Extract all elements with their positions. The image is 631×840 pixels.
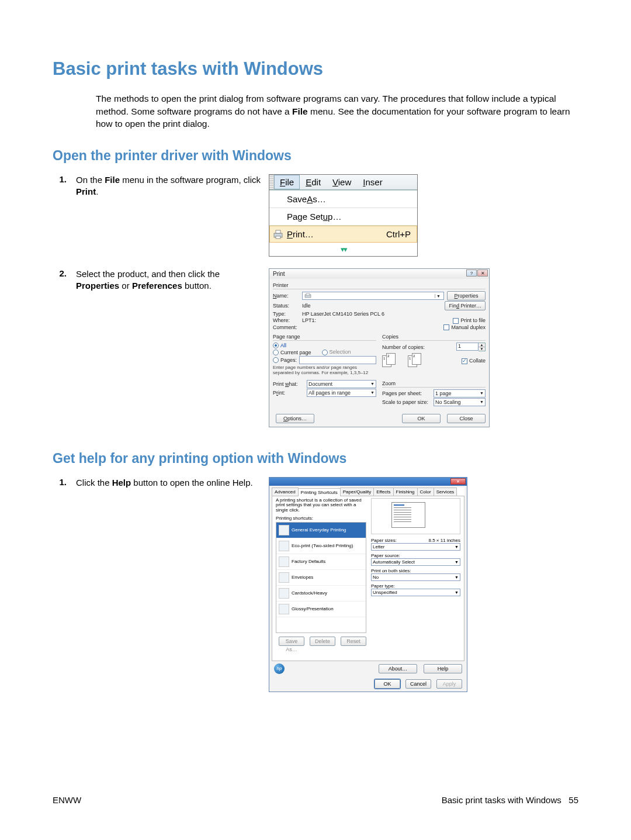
papersize-select: Letter▼ (371, 543, 460, 551)
printrange-select: All pages in range▼ (307, 389, 376, 397)
shortcut-label: Cardstock/Heavy (292, 590, 327, 596)
svg-rect-4 (306, 293, 310, 295)
ok-button: OK (402, 414, 441, 423)
props-apply-button: Apply (436, 679, 462, 689)
dropdown-arrow-icon: ▼ (455, 545, 459, 549)
menu-item-saveas: Save As… (269, 191, 417, 208)
radio-pages (273, 357, 279, 363)
shortcut-label: Eco-print (Two-sided Printing) (292, 543, 353, 548)
type-label: Type: (273, 311, 302, 317)
papersource-select: Automatically Select▼ (371, 558, 460, 566)
shortcut-item: General Everyday Printing (276, 523, 366, 538)
spin-up-icon: ▲ (479, 343, 485, 347)
page-preview-icon (371, 498, 460, 534)
tab-effects: Effects (373, 488, 393, 496)
shortcut-icon (279, 525, 289, 535)
dropdown-arrow-icon: ▼ (455, 575, 459, 579)
collate-checkbox (462, 358, 467, 364)
section2-heading: Get help for any printing option with Wi… (53, 451, 578, 466)
menu-item-print: Print… Ctrl+P (269, 226, 417, 243)
step2-text: Select the product, and then click the P… (76, 268, 269, 292)
shortcut-icon (279, 588, 289, 599)
shortcut-item: Glossy/Presentation (276, 602, 366, 617)
status-value: Idle (302, 303, 311, 309)
pagerange-group-label: Page range (273, 334, 376, 340)
intro-paragraph: The methods to open the print dialog fro… (96, 92, 578, 130)
copies-group-label: Copies (382, 334, 486, 340)
close-button: Close (447, 414, 486, 423)
tab-printing-shortcuts: Printing Shortcuts (298, 488, 341, 496)
tabs-row: AdvancedPrinting ShortcutsPaper/QualityE… (272, 488, 464, 496)
file-menu-screenshot: File Edit View Inser Save As… Page Setup… (269, 174, 418, 257)
shortcut-item: Eco-print (Two-sided Printing) (276, 538, 366, 554)
copies-spinner: 1▲▼ (456, 343, 486, 351)
props-ok-button: OK (375, 679, 400, 689)
shortcut-delete-button: Delete (310, 637, 335, 646)
print-to-file-checkbox (453, 318, 459, 324)
shortcut-label: Envelopes (292, 575, 313, 580)
properties-dialog-screenshot: ✕ AdvancedPrinting ShortcutsPaper/Qualit… (269, 477, 467, 692)
papertype-select: Unspecified▼ (371, 589, 460, 596)
close-icon: ✕ (450, 478, 466, 485)
expand-chevrons-icon: ▾▾ (269, 243, 417, 256)
shortcut-label: Factory Defaults (292, 559, 325, 564)
step2-num: 2. (53, 268, 76, 278)
where-value: LPT1: (302, 317, 316, 323)
dropdown-arrow-icon: ▼ (455, 590, 459, 594)
shortcut-icon (279, 556, 289, 567)
help-button: Help (424, 664, 462, 673)
status-label: Status: (273, 303, 302, 309)
printer-name-select: ▼ (302, 292, 444, 300)
s2-step1-num: 1. (53, 477, 76, 487)
shortcut-icon (279, 541, 289, 551)
props-cancel-button: Cancel (405, 679, 431, 689)
shortcut-list: General Everyday PrintingEco-print (Two-… (276, 522, 366, 633)
printwhat-select: Document▼ (307, 380, 376, 388)
menu-view: View (327, 175, 357, 189)
pagerange-hint: Enter page numbers and/or page ranges se… (273, 365, 376, 376)
svg-rect-1 (276, 230, 280, 233)
dropdown-arrow-icon: ▼ (480, 400, 484, 404)
about-button: About… (379, 664, 417, 673)
printer-group-label: Printer (273, 282, 486, 288)
spin-down-icon: ▼ (479, 347, 485, 351)
menu-file: File (274, 175, 300, 189)
dropdown-arrow-icon: ▼ (370, 382, 375, 386)
menu-edit: Edit (300, 175, 327, 189)
radio-all (273, 343, 279, 348)
properties-button: Properties (447, 291, 486, 300)
close-icon: ✕ (477, 269, 488, 276)
s2-step1-text: Click the Help button to open the online… (76, 477, 269, 489)
pages-input (299, 356, 376, 364)
where-label: Where: (273, 317, 302, 323)
shortcut-label: Glossy/Presentation (292, 606, 334, 611)
pps-select: 1 page▼ (434, 389, 486, 397)
menu-item-pagesetup: Page Setup… (269, 208, 417, 226)
dropdown-arrow-icon: ▼ (370, 390, 375, 395)
shortcut-saveas-button: Save As… (279, 637, 304, 646)
shortcut-desc: A printing shortcut is a collection of s… (276, 498, 366, 513)
sps-select: No Scaling▼ (434, 398, 486, 406)
zoom-group-label: Zoom (382, 381, 486, 386)
page-title: Basic print tasks with Windows (53, 58, 578, 79)
dialog-title: Print ? ✕ (269, 269, 489, 279)
hp-logo-icon: hp (274, 663, 285, 674)
tab-finishing: Finishing (393, 488, 418, 496)
dropdown-arrow-icon: ▼ (435, 294, 442, 298)
svg-rect-2 (276, 236, 280, 238)
shortcut-item: Envelopes (276, 570, 366, 586)
options-button: Options… (276, 414, 314, 423)
dropdown-arrow-icon: ▼ (455, 560, 459, 564)
shortcuts-label: Printing shortcuts: (276, 516, 366, 521)
manual-duplex-checkbox (443, 324, 449, 330)
tab-color: Color (417, 488, 434, 496)
tab-advanced: Advanced (272, 488, 299, 496)
help-icon: ? (466, 269, 477, 276)
dropdown-arrow-icon: ▼ (480, 391, 484, 395)
shortcut-item: Cardstock/Heavy (276, 586, 366, 602)
menu-insert: Inser (357, 175, 388, 189)
step1-num: 1. (53, 174, 76, 184)
toolbar-grip-icon (269, 175, 274, 189)
intro-b1: File (292, 106, 308, 116)
printer-icon (272, 229, 284, 240)
